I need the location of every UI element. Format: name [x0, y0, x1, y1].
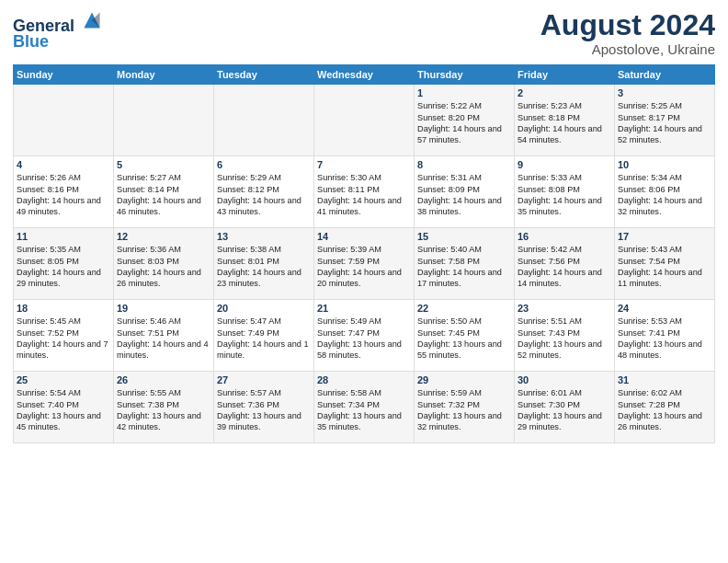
- cell-content: Sunrise: 5:58 AM Sunset: 7:34 PM Dayligh…: [317, 387, 411, 433]
- day-number: 23: [518, 303, 611, 314]
- cell-content: Sunrise: 5:35 AM Sunset: 8:05 PM Dayligh…: [17, 244, 110, 290]
- logo: General Blue: [13, 9, 103, 52]
- day-number: 26: [117, 374, 210, 385]
- day-number: 14: [317, 231, 411, 242]
- day-number: 24: [618, 303, 711, 314]
- calendar-cell: 9Sunrise: 5:33 AM Sunset: 8:08 PM Daylig…: [515, 156, 615, 228]
- calendar-header-row: Sunday Monday Tuesday Wednesday Thursday…: [14, 65, 715, 85]
- calendar-cell: 6Sunrise: 5:29 AM Sunset: 8:12 PM Daylig…: [214, 156, 314, 228]
- calendar-cell: 3Sunrise: 5:25 AM Sunset: 8:17 PM Daylig…: [615, 85, 715, 156]
- calendar-cell: [214, 85, 314, 156]
- calendar-cell: 11Sunrise: 5:35 AM Sunset: 8:05 PM Dayli…: [14, 228, 114, 300]
- cell-content: Sunrise: 5:27 AM Sunset: 8:14 PM Dayligh…: [117, 172, 210, 218]
- day-number: 20: [217, 303, 311, 314]
- cell-content: Sunrise: 5:59 AM Sunset: 7:32 PM Dayligh…: [417, 387, 511, 433]
- calendar-week-5: 25Sunrise: 5:54 AM Sunset: 7:40 PM Dayli…: [14, 372, 715, 443]
- calendar-cell: 18Sunrise: 5:45 AM Sunset: 7:52 PM Dayli…: [14, 300, 114, 372]
- day-number: 9: [518, 159, 611, 170]
- header-tuesday: Tuesday: [214, 65, 314, 85]
- cell-content: Sunrise: 5:47 AM Sunset: 7:49 PM Dayligh…: [217, 316, 311, 362]
- calendar-cell: 29Sunrise: 5:59 AM Sunset: 7:32 PM Dayli…: [415, 372, 515, 443]
- calendar-cell: 13Sunrise: 5:38 AM Sunset: 8:01 PM Dayli…: [214, 228, 314, 300]
- cell-content: Sunrise: 5:43 AM Sunset: 7:54 PM Dayligh…: [618, 244, 711, 290]
- cell-content: Sunrise: 5:26 AM Sunset: 8:16 PM Dayligh…: [17, 172, 110, 218]
- calendar-cell: 24Sunrise: 5:53 AM Sunset: 7:41 PM Dayli…: [615, 300, 715, 372]
- day-number: 28: [317, 374, 411, 385]
- calendar-cell: 2Sunrise: 5:23 AM Sunset: 8:18 PM Daylig…: [515, 85, 615, 156]
- header-monday: Monday: [114, 65, 214, 85]
- day-number: 19: [117, 303, 210, 314]
- cell-content: Sunrise: 5:57 AM Sunset: 7:36 PM Dayligh…: [217, 387, 311, 433]
- day-number: 27: [217, 374, 311, 385]
- cell-content: Sunrise: 5:51 AM Sunset: 7:43 PM Dayligh…: [518, 316, 611, 362]
- calendar-cell: 8Sunrise: 5:31 AM Sunset: 8:09 PM Daylig…: [415, 156, 515, 228]
- calendar-cell: [14, 85, 114, 156]
- cell-content: Sunrise: 5:36 AM Sunset: 8:03 PM Dayligh…: [117, 244, 210, 290]
- day-number: 11: [17, 231, 110, 242]
- day-number: 30: [518, 374, 611, 385]
- calendar-cell: 5Sunrise: 5:27 AM Sunset: 8:14 PM Daylig…: [114, 156, 214, 228]
- day-number: 17: [618, 231, 711, 242]
- header-saturday: Saturday: [615, 65, 715, 85]
- calendar-cell: 1Sunrise: 5:22 AM Sunset: 8:20 PM Daylig…: [415, 85, 515, 156]
- cell-content: Sunrise: 5:50 AM Sunset: 7:45 PM Dayligh…: [417, 316, 511, 362]
- cell-content: Sunrise: 5:33 AM Sunset: 8:08 PM Dayligh…: [518, 172, 611, 218]
- calendar-cell: 10Sunrise: 5:34 AM Sunset: 8:06 PM Dayli…: [615, 156, 715, 228]
- day-number: 25: [17, 374, 110, 385]
- cell-content: Sunrise: 5:34 AM Sunset: 8:06 PM Dayligh…: [618, 172, 711, 218]
- calendar-cell: 25Sunrise: 5:54 AM Sunset: 7:40 PM Dayli…: [14, 372, 114, 443]
- page-header: General Blue August 2024 Apostolove, Ukr…: [13, 9, 715, 57]
- calendar-cell: 14Sunrise: 5:39 AM Sunset: 7:59 PM Dayli…: [314, 228, 415, 300]
- title-block: August 2024 Apostolove, Ukraine: [540, 9, 715, 57]
- day-number: 16: [518, 231, 611, 242]
- cell-content: Sunrise: 6:02 AM Sunset: 7:28 PM Dayligh…: [618, 387, 711, 433]
- cell-content: Sunrise: 5:55 AM Sunset: 7:38 PM Dayligh…: [117, 387, 210, 433]
- calendar-cell: [314, 85, 415, 156]
- cell-content: Sunrise: 5:40 AM Sunset: 7:58 PM Dayligh…: [417, 244, 511, 290]
- cell-content: Sunrise: 5:23 AM Sunset: 8:18 PM Dayligh…: [518, 100, 611, 146]
- calendar-cell: 4Sunrise: 5:26 AM Sunset: 8:16 PM Daylig…: [14, 156, 114, 228]
- cell-content: Sunrise: 6:01 AM Sunset: 7:30 PM Dayligh…: [518, 387, 611, 433]
- day-number: 12: [117, 231, 210, 242]
- day-number: 2: [518, 87, 611, 98]
- calendar-cell: 20Sunrise: 5:47 AM Sunset: 7:49 PM Dayli…: [214, 300, 314, 372]
- calendar-cell: 21Sunrise: 5:49 AM Sunset: 7:47 PM Dayli…: [314, 300, 415, 372]
- day-number: 21: [317, 303, 411, 314]
- cell-content: Sunrise: 5:49 AM Sunset: 7:47 PM Dayligh…: [317, 316, 411, 362]
- day-number: 8: [417, 159, 511, 170]
- cell-content: Sunrise: 5:38 AM Sunset: 8:01 PM Dayligh…: [217, 244, 311, 290]
- calendar-week-1: 1Sunrise: 5:22 AM Sunset: 8:20 PM Daylig…: [14, 85, 715, 156]
- day-number: 15: [417, 231, 511, 242]
- cell-content: Sunrise: 5:39 AM Sunset: 7:59 PM Dayligh…: [317, 244, 411, 290]
- calendar-cell: 28Sunrise: 5:58 AM Sunset: 7:34 PM Dayli…: [314, 372, 415, 443]
- day-number: 1: [417, 87, 511, 98]
- day-number: 22: [417, 303, 511, 314]
- day-number: 31: [618, 374, 711, 385]
- cell-content: Sunrise: 5:46 AM Sunset: 7:51 PM Dayligh…: [117, 316, 210, 362]
- logo-icon: [81, 9, 103, 31]
- header-friday: Friday: [515, 65, 615, 85]
- day-number: 7: [317, 159, 411, 170]
- cell-content: Sunrise: 5:31 AM Sunset: 8:09 PM Dayligh…: [417, 172, 511, 218]
- cell-content: Sunrise: 5:42 AM Sunset: 7:56 PM Dayligh…: [518, 244, 611, 290]
- cell-content: Sunrise: 5:29 AM Sunset: 8:12 PM Dayligh…: [217, 172, 311, 218]
- cell-content: Sunrise: 5:53 AM Sunset: 7:41 PM Dayligh…: [618, 316, 711, 362]
- header-sunday: Sunday: [14, 65, 114, 85]
- day-number: 5: [117, 159, 210, 170]
- day-number: 6: [217, 159, 311, 170]
- calendar-week-3: 11Sunrise: 5:35 AM Sunset: 8:05 PM Dayli…: [14, 228, 715, 300]
- day-number: 29: [417, 374, 511, 385]
- calendar-cell: 23Sunrise: 5:51 AM Sunset: 7:43 PM Dayli…: [515, 300, 615, 372]
- day-number: 18: [17, 303, 110, 314]
- calendar-cell: 31Sunrise: 6:02 AM Sunset: 7:28 PM Dayli…: [615, 372, 715, 443]
- cell-content: Sunrise: 5:30 AM Sunset: 8:11 PM Dayligh…: [317, 172, 411, 218]
- location-subtitle: Apostolove, Ukraine: [540, 41, 715, 57]
- day-number: 13: [217, 231, 311, 242]
- cell-content: Sunrise: 5:54 AM Sunset: 7:40 PM Dayligh…: [17, 387, 110, 433]
- month-title: August 2024: [540, 9, 715, 41]
- calendar-cell: 27Sunrise: 5:57 AM Sunset: 7:36 PM Dayli…: [214, 372, 314, 443]
- cell-content: Sunrise: 5:22 AM Sunset: 8:20 PM Dayligh…: [417, 100, 511, 146]
- day-number: 4: [17, 159, 110, 170]
- calendar-table: Sunday Monday Tuesday Wednesday Thursday…: [13, 64, 715, 443]
- calendar-cell: 16Sunrise: 5:42 AM Sunset: 7:56 PM Dayli…: [515, 228, 615, 300]
